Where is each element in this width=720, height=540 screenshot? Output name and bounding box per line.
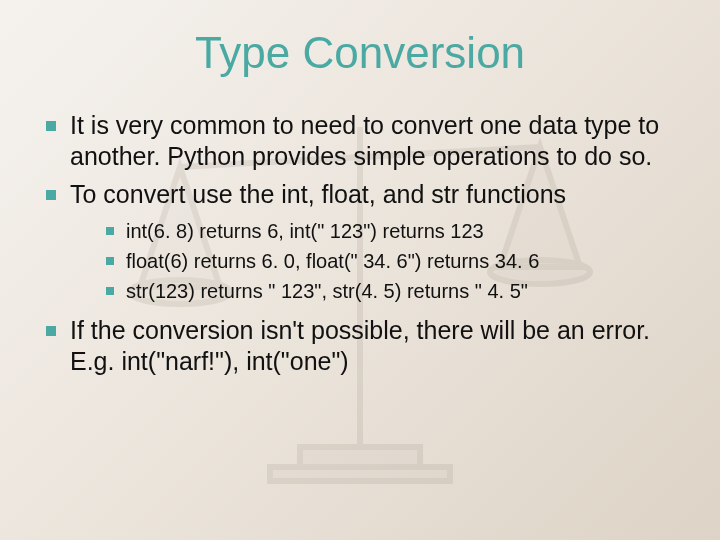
slide: Type Conversion It is very common to nee… (0, 0, 720, 540)
svg-rect-4 (300, 447, 420, 467)
bullet-item: It is very common to need to convert one… (40, 110, 680, 173)
bullet-item: To convert use the int, float, and str f… (40, 179, 680, 305)
sub-bullet-text: str(123) returns " 123", str(4. 5) retur… (126, 280, 528, 302)
sub-bullet-item: int(6. 8) returns 6, int(" 123") returns… (104, 218, 680, 245)
bullet-text: If the conversion isn't possible, there … (70, 316, 650, 375)
slide-body: It is very common to need to convert one… (40, 110, 680, 383)
slide-title: Type Conversion (0, 28, 720, 78)
bullet-list: It is very common to need to convert one… (40, 110, 680, 377)
sub-bullet-item: float(6) returns 6. 0, float(" 34. 6") r… (104, 248, 680, 275)
bullet-text: To convert use the int, float, and str f… (70, 180, 566, 208)
bullet-text: It is very common to need to convert one… (70, 111, 659, 170)
sub-bullet-list: int(6. 8) returns 6, int(" 123") returns… (70, 218, 680, 305)
svg-rect-5 (270, 467, 450, 481)
sub-bullet-text: float(6) returns 6. 0, float(" 34. 6") r… (126, 250, 539, 272)
sub-bullet-text: int(6. 8) returns 6, int(" 123") returns… (126, 220, 484, 242)
bullet-item: If the conversion isn't possible, there … (40, 315, 680, 378)
sub-bullet-item: str(123) returns " 123", str(4. 5) retur… (104, 278, 680, 305)
